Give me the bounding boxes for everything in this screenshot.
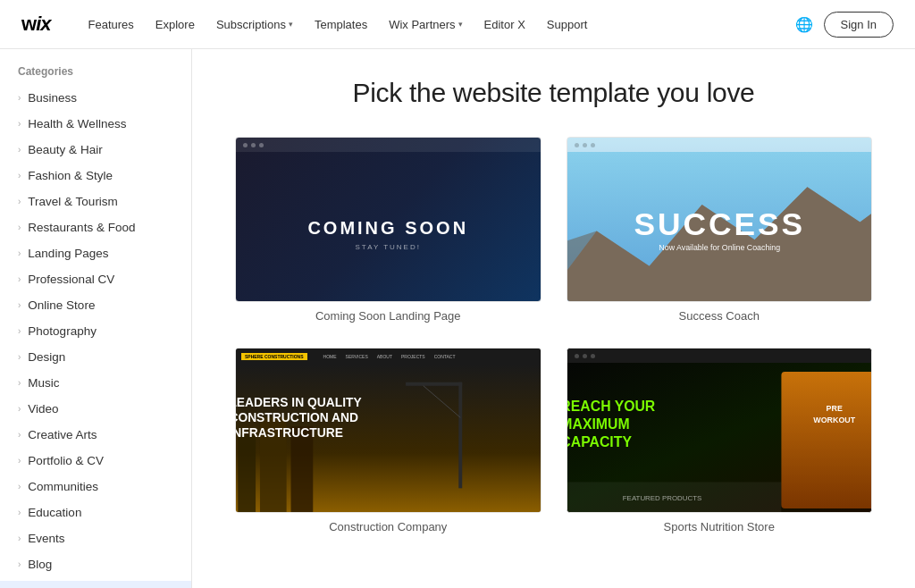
construction-nav-bar: SPHERE CONSTRUCTIONS HOME SERVICES ABOUT… — [236, 349, 541, 365]
sidebar-item-design[interactable]: › Design — [0, 344, 191, 370]
chevron-right-icon: › — [18, 352, 21, 362]
template-thumb-success-coach: SUCCESS Now Available for Online Coachin… — [567, 137, 873, 302]
svg-text:MAXIMUM: MAXIMUM — [567, 416, 630, 432]
sidebar-item-music[interactable]: › Music — [0, 370, 191, 396]
chevron-right-icon: › — [18, 300, 21, 310]
nav-wix-partners[interactable]: Wix Partners ▾ — [380, 13, 471, 37]
nav-subscriptions[interactable]: Subscriptions ▾ — [207, 13, 302, 37]
chevron-right-icon: › — [18, 223, 21, 232]
sidebar-item-events[interactable]: › Events — [0, 525, 191, 551]
see-all-templates-button[interactable]: See All Templates — [0, 581, 191, 588]
sidebar-item-creative-arts[interactable]: › Creative Arts — [0, 422, 191, 448]
sidebar-item-portfolio-cv[interactable]: › Portfolio & CV — [0, 448, 191, 474]
template-label-coming-soon: Coming Soon Landing Page — [235, 309, 541, 323]
svg-text:PRE: PRE — [826, 404, 842, 413]
template-card-sports-nutrition[interactable]: PRE WORKOUT REACH YOUR MAXIMUM CAPACITY … — [567, 348, 873, 533]
browser-dot — [583, 143, 587, 147]
browser-dot — [591, 143, 595, 147]
sidebar-item-education[interactable]: › Education — [0, 500, 191, 525]
chevron-right-icon: › — [18, 482, 21, 491]
chevron-right-icon: › — [18, 559, 21, 569]
sidebar-item-travel-tourism[interactable]: › Travel & Tourism — [0, 189, 191, 214]
sidebar-item-professional-cv[interactable]: › Professional CV — [0, 266, 191, 292]
browser-dot — [259, 143, 264, 147]
template-thumb-construction: SPHERE CONSTRUCTIONS HOME SERVICES ABOUT… — [235, 348, 541, 513]
template-thumb-coming-soon: COMING SOON STAY TUNED! — [235, 137, 541, 302]
chevron-right-icon: › — [18, 145, 21, 155]
svg-text:Now Available for Online Coach: Now Available for Online Coaching — [659, 243, 780, 252]
browser-dot — [251, 143, 256, 147]
browser-bar — [567, 138, 872, 152]
nav-editor-x[interactable]: Editor X — [475, 13, 534, 37]
nav-support[interactable]: Support — [538, 13, 597, 37]
chevron-down-icon: ▾ — [289, 20, 293, 29]
globe-icon[interactable]: 🌐 — [795, 16, 813, 33]
sidebar-item-business[interactable]: › Business — [0, 85, 191, 111]
sidebar-item-video[interactable]: › Video — [0, 396, 191, 422]
sidebar-item-landing-pages[interactable]: › Landing Pages — [0, 240, 191, 266]
chevron-right-icon: › — [18, 430, 21, 440]
chevron-right-icon: › — [18, 533, 21, 543]
chevron-right-icon: › — [18, 508, 21, 517]
template-label-sports-nutrition: Sports Nutrition Store — [567, 520, 873, 533]
sidebar-item-photography[interactable]: › Photography — [0, 318, 191, 344]
coming-soon-subheading: STAY TUNED! — [307, 243, 468, 251]
svg-text:CAPACITY: CAPACITY — [567, 434, 632, 449]
browser-bar — [236, 138, 541, 152]
nav-projects: PROJECTS — [401, 354, 425, 359]
logo[interactable]: wix — [21, 13, 50, 36]
svg-rect-16 — [781, 372, 871, 508]
template-label-construction: Construction Company — [235, 520, 541, 533]
chevron-right-icon: › — [18, 404, 21, 414]
nav-about: ABOUT — [377, 354, 392, 359]
sidebar-item-fashion-style[interactable]: › Fashion & Style — [0, 163, 191, 189]
sidebar-item-restaurants-food[interactable]: › Restaurants & Food — [0, 214, 191, 240]
chevron-right-icon: › — [18, 119, 21, 129]
svg-text:INFRASTRUCTURE: INFRASTRUCTURE — [236, 425, 343, 440]
browser-dot — [575, 143, 579, 147]
template-label-success-coach: Success Coach — [567, 309, 873, 323]
svg-text:REACH YOUR: REACH YOUR — [567, 399, 656, 414]
template-thumb-sports-nutrition: PRE WORKOUT REACH YOUR MAXIMUM CAPACITY … — [567, 348, 873, 513]
page-title: Pick the website template you love — [235, 78, 872, 108]
sidebar-item-beauty-hair[interactable]: › Beauty & Hair — [0, 137, 191, 163]
construction-badge: SPHERE CONSTRUCTIONS — [241, 353, 307, 360]
chevron-right-icon: › — [18, 378, 21, 388]
svg-rect-6 — [458, 382, 462, 489]
sidebar-item-blog[interactable]: › Blog — [0, 551, 191, 577]
svg-text:WORKOUT: WORKOUT — [813, 416, 855, 424]
sidebar-item-health-wellness[interactable]: › Health & Wellness — [0, 111, 191, 137]
chevron-right-icon: › — [18, 171, 21, 181]
chevron-right-icon: › — [18, 456, 21, 466]
sidebar: Categories › Business › Health & Wellnes… — [0, 49, 192, 588]
browser-bar — [567, 349, 872, 363]
browser-dot — [575, 354, 579, 358]
coming-soon-heading: COMING SOON — [307, 216, 468, 239]
nav-templates[interactable]: Templates — [306, 13, 376, 37]
nav-features[interactable]: Features — [79, 13, 142, 37]
nav-explore[interactable]: Explore — [147, 13, 204, 37]
chevron-right-icon: › — [18, 93, 21, 103]
template-card-coming-soon[interactable]: COMING SOON STAY TUNED! Coming Soon Land… — [235, 137, 541, 323]
browser-dot — [243, 143, 248, 147]
svg-text:FEATURED PRODUCTS: FEATURED PRODUCTS — [622, 494, 701, 502]
chevron-right-icon: › — [18, 326, 21, 336]
browser-dot — [591, 354, 595, 358]
nav-home: HOME — [323, 354, 337, 359]
signin-button[interactable]: Sign In — [824, 12, 894, 38]
svg-text:LEADERS IN QUALITY: LEADERS IN QUALITY — [236, 395, 362, 409]
chevron-right-icon: › — [18, 197, 21, 206]
browser-dot — [583, 354, 587, 358]
template-card-success-coach[interactable]: SUCCESS Now Available for Online Coachin… — [567, 137, 873, 323]
svg-rect-7 — [406, 382, 462, 386]
sidebar-item-online-store[interactable]: › Online Store — [0, 292, 191, 318]
template-card-construction[interactable]: SPHERE CONSTRUCTIONS HOME SERVICES ABOUT… — [235, 348, 541, 533]
nav-contact: CONTACT — [434, 354, 456, 359]
header: wix Features Explore Subscriptions ▾ Tem… — [0, 0, 915, 49]
svg-text:CONSTRUCTION AND: CONSTRUCTION AND — [236, 410, 358, 424]
nav-services: SERVICES — [346, 354, 368, 359]
main-content: Pick the website template you love COMIN… — [192, 49, 915, 588]
header-right: 🌐 Sign In — [795, 12, 894, 38]
sidebar-item-communities[interactable]: › Communities — [0, 474, 191, 500]
chevron-right-icon: › — [18, 248, 21, 258]
